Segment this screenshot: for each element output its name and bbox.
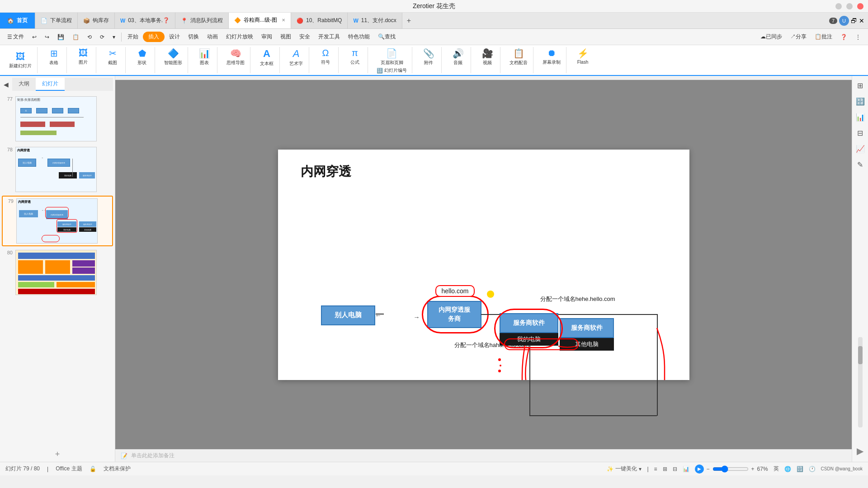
zoom-out-btn[interactable]: − [707,466,710,472]
notes-bar[interactable]: 📝 单击此处添加备注 [115,449,852,462]
slide-info: 幻灯片 79 / 80 [5,465,40,473]
ribbon-attachment[interactable]: 📎 附件 [420,47,438,67]
tab-rabbitmq[interactable]: 🔴 10、RabbitMQ [291,13,348,29]
sync-btn[interactable]: ☁已同步 [757,32,786,42]
tab-payment[interactable]: W 11、支付.docx [348,13,402,29]
tab-count-badge: 7 [829,18,837,24]
start-menu-btn[interactable]: 开始 [124,32,142,42]
comment-btn[interactable]: 📋批注 [811,32,836,42]
maximize-button[interactable] [846,3,853,9]
ribbon-art-text[interactable]: A 艺术字 [287,47,305,68]
slide-item-79[interactable]: 79 内网穿透 别人电脑 内网穿透服务商 ←→ 服务商软件 服务商软件 我的电脑… [2,196,113,246]
domain-label-1: 分配一个域名hehe.hello.com [540,295,615,303]
slide-item-80[interactable]: 80 ★ [2,248,113,297]
symbol-icon: Ω [322,48,329,58]
insert-menu-btn[interactable]: 插入 [143,32,165,42]
tab-message-queue[interactable]: 📍 消息队列流程 [175,13,229,29]
textbox-icon: A [263,48,270,60]
view-icon-2col[interactable]: ⊟ [673,466,677,472]
file-button[interactable]: ☰ 文件 [4,32,28,42]
view-icon-list[interactable]: ≡ [654,466,657,472]
rp-text-icon[interactable]: 🔡 [854,95,867,108]
add-slide-button[interactable]: + [55,450,60,459]
ribbon-image[interactable]: 🖼 图片 [74,47,92,66]
dev-tools-menu-btn[interactable]: 开发工具 [315,32,344,42]
ribbon-chart[interactable]: 📊 图表 [195,47,213,67]
tab-inventory[interactable]: 📦 钩库存 [78,13,115,29]
ribbon-screenshot[interactable]: ✂ 截图 [104,47,122,67]
zoom-in-btn[interactable]: + [751,466,755,472]
ribbon-textbox[interactable]: A 文本框 [258,47,276,68]
redo2-button[interactable]: ⟳ [96,33,108,42]
ribbon-smart-shape[interactable]: 🔷 智能图形 [162,47,184,67]
undo2-button[interactable]: ⟲ [84,33,95,42]
ribbon-doc-audio[interactable]: 📋 文档配音 [508,47,529,67]
view-nav [115,76,852,80]
tab-order-flow[interactable]: 📄 下单流程 [35,13,78,29]
tab-close-icon[interactable]: ✕ [282,18,285,23]
copy-button[interactable]: 📋 [69,33,83,42]
tab-rabbitmq-icon: 🔴 [297,18,303,24]
restore-icon[interactable]: 🗗 [851,17,857,24]
ribbon-slide-number[interactable]: 🔢 幻灯片编号 [375,67,408,74]
scrollbar-thumb[interactable] [858,346,863,364]
ribbon-header-footer[interactable]: 📄 页眉和页脚 [379,47,405,67]
rp-chart-icon[interactable]: 📊 [854,111,867,123]
nav-prev-arrow[interactable]: ◀ [2,79,10,90]
rp-line-chart-icon[interactable]: 📈 [854,143,867,155]
view-icon-3col[interactable]: 📊 [683,466,689,472]
more-button[interactable]: ▾ [109,33,119,42]
close-button[interactable] [857,3,863,9]
security-menu-btn[interactable]: 安全 [296,32,314,42]
slide-canvas-wrap[interactable]: 内网穿透 别人电脑 ← → 内网穿透服务商 [115,80,852,449]
slide-item-77[interactable]: 77 矩形-矢形流程图 A [2,94,113,143]
animation-menu-btn[interactable]: 动画 [203,32,222,42]
undo-button[interactable]: ↩ [28,33,40,42]
rp-grid-icon[interactable]: ⊞ [855,80,865,92]
share-btn[interactable]: ↗分享 [787,32,810,42]
redo-button[interactable]: ↪ [41,33,53,42]
thumb77-shape4 [68,108,79,113]
ribbon-audio[interactable]: 🔊 音频 [449,47,467,67]
review-menu-btn[interactable]: 审阅 [258,32,276,42]
tab-slides[interactable]: 幻灯片 [36,78,65,91]
ribbon-formula[interactable]: π 公式 [346,47,364,66]
search-btn[interactable]: 🔍查找 [374,32,399,42]
more-options-btn[interactable]: ⋮ [852,33,864,42]
view-menu-btn[interactable]: 视图 [277,32,295,42]
ribbon-screen-record[interactable]: ⏺ 屏幕录制 [541,47,562,66]
formula-icon: π [352,48,358,58]
tab-local-icon: W [120,18,125,24]
ribbon-group-image: 🖼 图片 [71,47,96,73]
rp-minus-icon[interactable]: ⊟ [855,127,865,139]
slideshow-menu-btn[interactable]: 幻灯片放映 [222,32,257,42]
minimize-button[interactable] [835,3,842,9]
play-slideshow-btn[interactable]: ▶ [695,465,704,474]
tab-local-affairs[interactable]: W 03、本地事务.❓ [115,13,175,29]
play-button[interactable]: ▶ [855,444,865,458]
window-close-icon[interactable]: ✕ [859,17,864,24]
view-icon-grid[interactable]: ⊞ [663,466,667,472]
beautify-button[interactable]: ✨ 一键美化 ▾ [607,465,642,473]
design-menu-btn[interactable]: 设计 [165,32,184,42]
tab-home[interactable]: 🏠 首页 [0,13,35,29]
zoom-slider[interactable] [712,465,749,473]
tab-grade-diagram[interactable]: 🔶 谷粒商...级-图 ✕ [229,13,291,29]
ribbon-table[interactable]: ⊞ 表格 [45,47,63,67]
ribbon-shape[interactable]: ⬟ 形状 [133,47,151,67]
transition-menu-btn[interactable]: 切换 [184,32,203,42]
ribbon-mind[interactable]: 🧠 思维导图 [225,47,246,67]
save-button[interactable]: 💾 [54,33,68,42]
ribbon-symbol[interactable]: Ω 符号 [316,47,335,66]
tab-outline[interactable]: 大纲 [12,78,36,91]
add-tab-button[interactable]: + [402,17,415,25]
help-btn[interactable]: ❓ [837,33,851,42]
features-menu-btn[interactable]: 特色功能 [344,32,373,42]
ribbon-video[interactable]: 🎥 视频 [478,47,496,67]
rp-edit-icon[interactable]: ✎ [855,159,865,171]
app-title: Zerotier 花生壳 [413,2,455,10]
ribbon-flash[interactable]: ⚡ Flash [574,47,592,66]
ribbon-new-slide[interactable]: 🖼 新建幻灯片 [7,51,33,70]
slide-list: 77 矩形-矢形流程图 A 78 内网穿透 [0,93,115,447]
slide-item-78[interactable]: 78 内网穿透 别人电脑 内网穿透服务商 → 我的电脑 服务商软件 [2,145,113,194]
